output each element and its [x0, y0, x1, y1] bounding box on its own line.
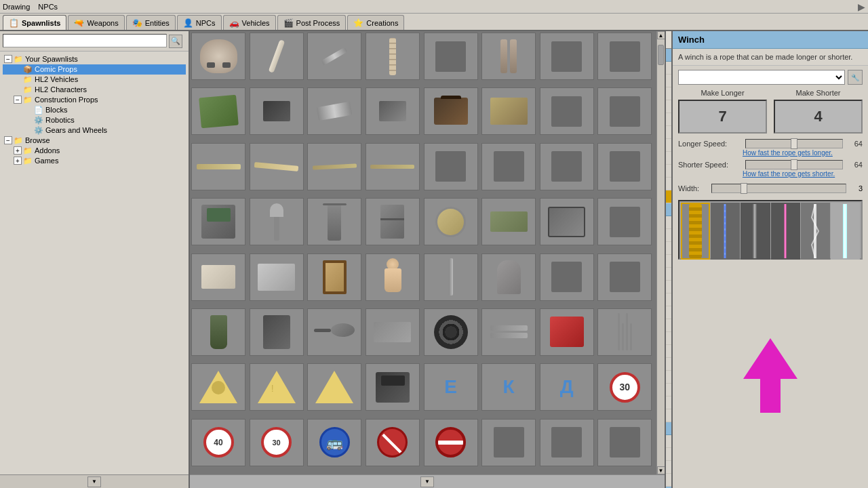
grid-item-spine[interactable]	[366, 33, 420, 80]
grid-item-empty4[interactable]	[540, 87, 594, 135]
grid-item-tv[interactable]	[540, 198, 594, 245]
grid-item-empty13[interactable]	[481, 419, 536, 466]
grid-item-plank4[interactable]	[366, 143, 420, 190]
tab-npcs[interactable]: 👤 NPCs	[177, 15, 222, 30]
grid-item-empty14[interactable]	[540, 419, 594, 466]
search-input[interactable]	[3, 34, 167, 47]
grid-item-skull[interactable]	[191, 33, 245, 80]
grid-scroll-down[interactable]: ▼	[420, 476, 434, 487]
grid-item-empty11[interactable]	[540, 253, 594, 301]
toggle-constructionprops[interactable]: −	[14, 96, 22, 104]
tree-item-browse[interactable]: − 📁 Browse	[3, 136, 186, 146]
grid-item-empty3[interactable]	[597, 33, 652, 80]
grid-item-register[interactable]	[191, 198, 245, 245]
tab-postprocess[interactable]: 🎬 Post Process	[277, 15, 347, 30]
grid-item-pan[interactable]	[307, 308, 361, 356]
center-scrollbar[interactable]: ▲ ▼	[656, 31, 665, 474]
tree-scroll-down[interactable]: ▼	[87, 476, 101, 487]
grid-item-empty9[interactable]	[597, 143, 652, 190]
grid-item-scatterprops[interactable]	[366, 308, 420, 356]
grid-item-tray[interactable]	[250, 253, 304, 301]
grid-item-scaffold[interactable]	[597, 308, 652, 356]
grid-item-cyrillice[interactable]: Е	[424, 363, 478, 411]
grid-item-tombstone[interactable]	[481, 253, 536, 301]
grid-item-box2[interactable]	[191, 253, 245, 301]
tree-item-games[interactable]: + 📁 Games	[3, 156, 186, 166]
shorter-speed-slider[interactable]	[745, 160, 843, 169]
rope-sample-6[interactable]	[831, 203, 860, 260]
grid-item-dark1[interactable]	[250, 87, 304, 135]
grid-item-empty5[interactable]	[597, 87, 652, 135]
grid-item-money[interactable]	[481, 198, 536, 245]
grid-item-metal1[interactable]	[307, 87, 361, 135]
tree-item-spawnlists[interactable]: − 📁 Your Spawnlists	[3, 54, 186, 64]
rope-sample-5[interactable]	[801, 203, 830, 260]
menu-npcs[interactable]: NPCs	[38, 3, 58, 11]
toggle-browse[interactable]: −	[4, 136, 12, 144]
scrollbar-thumb[interactable]	[658, 45, 664, 65]
grid-item-thin1[interactable]	[424, 253, 478, 301]
grid-item-lamp-stand[interactable]	[250, 198, 304, 245]
grid-item-pipes[interactable]	[481, 308, 536, 356]
grid-item-plank1[interactable]	[191, 143, 245, 190]
width-slider[interactable]	[711, 184, 846, 193]
grid-item-barrel[interactable]	[250, 308, 304, 356]
toggle-spawnlists[interactable]: −	[4, 55, 12, 63]
grid-item-clock[interactable]	[424, 198, 478, 245]
grid-item-vase[interactable]	[191, 308, 245, 356]
shorter-speed-hint[interactable]: How fast the rope gets shorter.	[743, 169, 863, 178]
tree-item-constructionprops[interactable]: − 📁 Construction Props	[3, 95, 186, 105]
grid-item-cyrillick[interactable]: К	[481, 363, 536, 411]
grid-item-trianglesign2[interactable]: !	[250, 363, 304, 411]
grid-item-plank2[interactable]	[250, 143, 304, 190]
grid-item-plank3[interactable]	[307, 143, 361, 190]
grid-item-empty2[interactable]	[540, 33, 594, 80]
tab-creations[interactable]: ⭐ Creations	[347, 15, 404, 30]
grid-item-chair[interactable]	[366, 198, 420, 245]
rope-sample-3[interactable]	[741, 203, 770, 260]
winch-config-button[interactable]: 🔧	[848, 70, 863, 85]
winch-dropdown[interactable]	[678, 70, 845, 85]
tab-spawnlists[interactable]: 📋 Spawnlists	[3, 15, 66, 30]
grid-item-trianglesign1[interactable]	[191, 363, 245, 411]
grid-item-boombox[interactable]	[366, 363, 420, 411]
grid-item-empty10[interactable]	[597, 198, 652, 245]
collapse-arrow[interactable]: ▶	[858, 1, 865, 12]
grid-item-speedsign3[interactable]: 30	[250, 419, 304, 466]
tab-weapons[interactable]: 🔫 Weapons	[68, 15, 124, 30]
grid-item-frame[interactable]	[307, 253, 361, 301]
scroll-up-arrow[interactable]: ▲	[657, 31, 665, 39]
grid-item-empty12[interactable]	[597, 253, 652, 301]
tab-vehicles[interactable]: 🚗 Vehicles	[223, 15, 276, 30]
tree-item-hl2vehicles[interactable]: 📁 HL2 Vehicles	[3, 75, 186, 85]
grid-item-empty6[interactable]	[424, 143, 478, 190]
grid-item-bone[interactable]	[250, 33, 304, 80]
scroll-down-arrow[interactable]: ▼	[657, 466, 665, 474]
grid-item-knife[interactable]	[307, 33, 361, 80]
tree-item-addons[interactable]: + 📁 Addons	[3, 146, 186, 156]
grid-item-speedsign[interactable]: 30	[597, 363, 652, 411]
tree-item-gearsandwheels[interactable]: ⚙️ Gears and Wheels	[3, 125, 186, 136]
grid-item-umbrella-stand[interactable]	[307, 198, 361, 245]
rope-sample-2[interactable]	[711, 203, 740, 260]
rope-sample-1[interactable]	[681, 203, 710, 260]
grid-item-empty15[interactable]	[597, 419, 652, 466]
toggle-games[interactable]: +	[14, 157, 22, 165]
tab-entities[interactable]: 🎭 Entities	[126, 15, 176, 30]
grid-item-cyrillica[interactable]: Д	[540, 363, 594, 411]
grid-item-legs[interactable]	[481, 33, 536, 80]
menu-drawing[interactable]: Drawing	[3, 3, 30, 11]
rope-sample-4[interactable]	[771, 203, 800, 260]
grid-item-bussign[interactable]: 🚌	[307, 419, 361, 466]
grid-item-empty7[interactable]	[481, 143, 536, 190]
search-button[interactable]: 🔍	[169, 35, 182, 48]
grid-item-nosign[interactable]	[366, 419, 420, 466]
toggle-addons[interactable]: +	[14, 146, 22, 155]
grid-item-briefcase[interactable]	[424, 87, 478, 135]
longer-speed-hint[interactable]: How fast the rope gets longer.	[743, 148, 863, 157]
scrollbar-track[interactable]	[657, 39, 665, 466]
grid-item-empty1[interactable]	[424, 33, 478, 80]
tree-item-comicprops[interactable]: 📦 Comic Props	[3, 64, 186, 75]
tree-item-hl2characters[interactable]: 📁 HL2 Characters	[3, 85, 186, 95]
longer-speed-slider[interactable]	[745, 139, 843, 148]
